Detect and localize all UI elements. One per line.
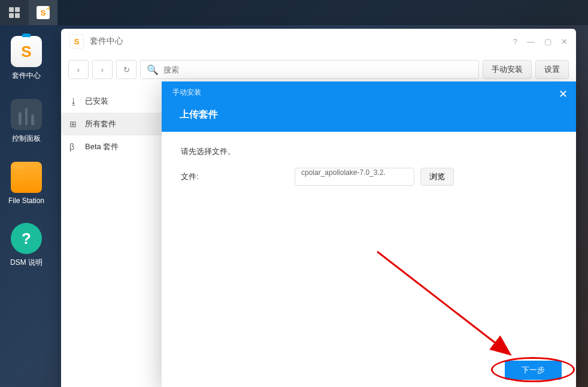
window-toolbar: ‹ › ↻ 🔍 手动安装 设置 [61,54,576,85]
refresh-icon: ↻ [123,65,130,74]
download-icon: ⭳ [69,96,79,106]
desktop-icon-file-station[interactable]: File Station [6,162,47,205]
file-station-icon [11,162,42,193]
modal-prompt: 请先选择文件。 [181,146,557,157]
manual-install-button[interactable]: 手动安装 [483,60,532,79]
modal-body: 请先选择文件。 文件: cpolar_apollolake-7.0_3.2. 浏… [162,132,576,353]
manual-install-modal: 手动安装 上传套件 ✕ 请先选择文件。 文件: cpolar_apollolak… [162,81,576,387]
help-icon: ? [11,223,42,254]
search-box[interactable]: 🔍 [140,60,479,79]
sidebar-item-all-packages[interactable]: ⊞ 所有套件 [61,113,163,135]
icon-label: 控制面板 [12,134,41,144]
refresh-button[interactable]: ↻ [116,60,137,79]
file-label: 文件: [181,171,289,182]
window-app-icon: S [69,34,84,49]
grid-icon [9,7,20,18]
desktop-icon-dsm-help[interactable]: ? DSM 说明 [6,223,47,268]
window-title: 套件中心 [90,36,513,47]
grid-icon: ⊞ [69,119,79,129]
window-titlebar: S 套件中心 ? — ▢ ✕ [61,29,576,54]
sidebar-item-label: 已安装 [85,96,108,107]
beta-icon: β [69,142,79,152]
next-button[interactable]: 下一步 [505,361,562,380]
close-button[interactable]: ✕ [561,37,568,46]
help-button[interactable]: ? [513,37,517,46]
desktop-icon-control-panel[interactable]: 控制面板 [6,99,47,144]
taskbar-apps-button[interactable] [0,0,29,25]
modal-small-title: 手动安装 [172,87,565,98]
back-button[interactable]: ‹ [68,60,89,79]
sidebar: ⭳ 已安装 ⊞ 所有套件 β Beta 套件 [61,85,164,387]
sidebar-item-label: 所有套件 [85,119,116,129]
package-center-icon: S [37,6,50,19]
file-row: 文件: cpolar_apollolake-7.0_3.2. 浏览 [181,168,557,186]
maximize-button[interactable]: ▢ [544,37,551,46]
chevron-left-icon: ‹ [77,65,80,74]
desktop-icon-package-center[interactable]: S 套件中心 [6,36,47,81]
sidebar-item-beta[interactable]: β Beta 套件 [61,135,163,158]
file-input[interactable]: cpolar_apollolake-7.0_3.2. [295,168,414,186]
modal-footer: 下一步 [162,353,576,387]
modal-close-button[interactable]: ✕ [559,87,568,101]
search-input[interactable] [163,65,472,74]
search-icon: 🔍 [147,64,159,75]
package-center-icon: S [11,36,42,67]
modal-big-title: 上传套件 [180,108,565,121]
taskbar: S [0,0,588,25]
icon-label: 套件中心 [12,71,41,81]
sidebar-item-label: Beta 套件 [85,141,119,152]
settings-button[interactable]: 设置 [535,60,569,79]
chevron-right-icon: › [101,65,104,74]
icon-label: File Station [8,196,44,205]
minimize-button[interactable]: — [527,37,535,46]
sidebar-item-installed[interactable]: ⭳ 已安装 [61,90,163,113]
icon-label: DSM 说明 [10,258,43,268]
desktop-icons: S 套件中心 控制面板 File Station ? DSM 说明 [6,36,47,268]
control-panel-icon [11,99,42,130]
forward-button[interactable]: › [92,60,113,79]
browse-button[interactable]: 浏览 [420,168,454,186]
modal-header: 手动安装 上传套件 ✕ [162,81,576,132]
taskbar-app-package-center[interactable]: S [29,0,57,25]
